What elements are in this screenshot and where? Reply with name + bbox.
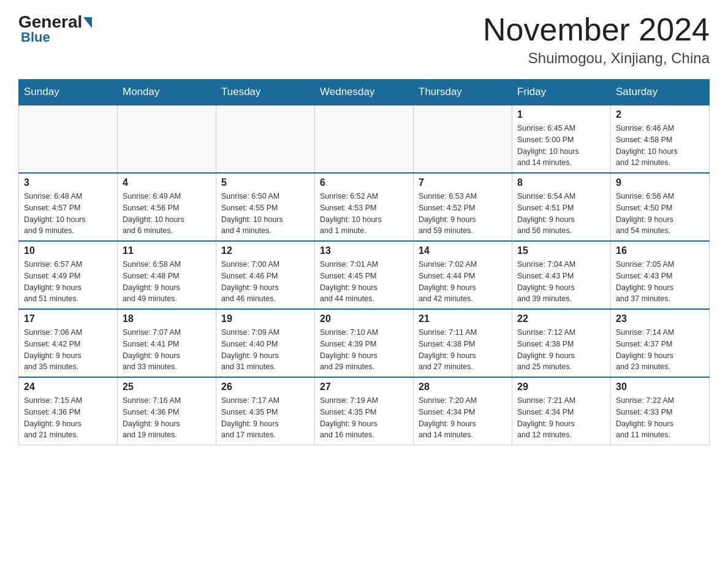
week-row-3: 10Sunrise: 6:57 AM Sunset: 4:49 PM Dayli… [19,241,710,309]
day-number: 19 [221,313,309,324]
table-cell: 1Sunrise: 6:45 AM Sunset: 5:00 PM Daylig… [512,105,611,173]
day-number: 23 [616,313,704,324]
page-header: General Blue November 2024 Shuimogou, Xi… [18,12,710,67]
table-cell: 3Sunrise: 6:48 AM Sunset: 4:57 PM Daylig… [19,173,118,241]
table-cell: 14Sunrise: 7:02 AM Sunset: 4:44 PM Dayli… [414,241,512,309]
table-cell: 10Sunrise: 6:57 AM Sunset: 4:49 PM Dayli… [19,241,118,309]
table-cell: 24Sunrise: 7:15 AM Sunset: 4:36 PM Dayli… [19,377,118,445]
day-info: Sunrise: 6:58 AM Sunset: 4:48 PM Dayligh… [123,259,211,305]
table-cell: 9Sunrise: 6:56 AM Sunset: 4:50 PM Daylig… [611,173,710,241]
day-number: 9 [616,177,704,188]
header-monday: Monday [118,80,216,105]
table-cell: 22Sunrise: 7:12 AM Sunset: 4:38 PM Dayli… [512,309,611,377]
day-number: 29 [517,381,605,393]
day-number: 1 [517,109,605,120]
logo-arrow-icon [83,17,92,28]
day-info: Sunrise: 7:20 AM Sunset: 4:34 PM Dayligh… [419,395,507,441]
table-cell: 17Sunrise: 7:06 AM Sunset: 4:42 PM Dayli… [19,309,118,377]
day-number: 10 [24,245,112,256]
day-info: Sunrise: 7:11 AM Sunset: 4:38 PM Dayligh… [419,327,507,373]
day-info: Sunrise: 7:12 AM Sunset: 4:38 PM Dayligh… [517,327,605,373]
calendar-header: SundayMondayTuesdayWednesdayThursdayFrid… [19,80,710,105]
week-row-2: 3Sunrise: 6:48 AM Sunset: 4:57 PM Daylig… [19,173,710,241]
day-info: Sunrise: 7:14 AM Sunset: 4:37 PM Dayligh… [616,327,704,373]
table-cell [216,105,315,173]
table-cell [414,105,512,173]
day-info: Sunrise: 7:04 AM Sunset: 4:43 PM Dayligh… [517,259,605,305]
day-info: Sunrise: 6:56 AM Sunset: 4:50 PM Dayligh… [616,191,704,237]
day-info: Sunrise: 6:45 AM Sunset: 5:00 PM Dayligh… [517,123,605,169]
table-cell: 19Sunrise: 7:09 AM Sunset: 4:40 PM Dayli… [216,309,315,377]
day-number: 4 [123,177,211,188]
table-cell: 30Sunrise: 7:22 AM Sunset: 4:33 PM Dayli… [611,377,710,445]
table-cell: 8Sunrise: 6:54 AM Sunset: 4:51 PM Daylig… [512,173,611,241]
day-info: Sunrise: 6:57 AM Sunset: 4:49 PM Dayligh… [24,259,112,305]
day-info: Sunrise: 7:17 AM Sunset: 4:35 PM Dayligh… [221,395,309,441]
table-cell: 12Sunrise: 7:00 AM Sunset: 4:46 PM Dayli… [216,241,315,309]
day-info: Sunrise: 6:52 AM Sunset: 4:53 PM Dayligh… [320,191,408,237]
day-number: 26 [221,381,309,393]
day-number: 8 [517,177,605,188]
day-number: 12 [221,245,309,256]
week-row-5: 24Sunrise: 7:15 AM Sunset: 4:36 PM Dayli… [19,377,710,445]
table-cell: 25Sunrise: 7:16 AM Sunset: 4:36 PM Dayli… [118,377,216,445]
day-number: 3 [24,177,112,188]
table-cell: 16Sunrise: 7:05 AM Sunset: 4:43 PM Dayli… [611,241,710,309]
month-title: November 2024 [483,12,710,47]
table-cell: 13Sunrise: 7:01 AM Sunset: 4:45 PM Dayli… [315,241,414,309]
table-cell [315,105,414,173]
day-number: 13 [320,245,408,256]
header-row: SundayMondayTuesdayWednesdayThursdayFrid… [19,80,710,105]
logo-text-blue: Blue [21,29,50,45]
day-info: Sunrise: 7:00 AM Sunset: 4:46 PM Dayligh… [221,259,309,305]
day-number: 21 [419,313,507,324]
day-number: 6 [320,177,408,188]
header-thursday: Thursday [414,80,512,105]
location-title: Shuimogou, Xinjiang, China [483,50,710,67]
day-info: Sunrise: 7:15 AM Sunset: 4:36 PM Dayligh… [24,395,112,441]
day-number: 2 [616,109,704,120]
header-tuesday: Tuesday [216,80,315,105]
table-cell: 21Sunrise: 7:11 AM Sunset: 4:38 PM Dayli… [414,309,512,377]
calendar-table: SundayMondayTuesdayWednesdayThursdayFrid… [18,79,710,445]
header-sunday: Sunday [19,80,118,105]
day-info: Sunrise: 6:48 AM Sunset: 4:57 PM Dayligh… [24,191,112,237]
day-info: Sunrise: 7:07 AM Sunset: 4:41 PM Dayligh… [123,327,211,373]
week-row-4: 17Sunrise: 7:06 AM Sunset: 4:42 PM Dayli… [19,309,710,377]
day-info: Sunrise: 7:02 AM Sunset: 4:44 PM Dayligh… [419,259,507,305]
day-number: 18 [123,313,211,324]
calendar-body: 1Sunrise: 6:45 AM Sunset: 5:00 PM Daylig… [19,105,710,445]
table-cell [118,105,216,173]
day-info: Sunrise: 7:05 AM Sunset: 4:43 PM Dayligh… [616,259,704,305]
day-info: Sunrise: 7:19 AM Sunset: 4:35 PM Dayligh… [320,395,408,441]
table-cell: 20Sunrise: 7:10 AM Sunset: 4:39 PM Dayli… [315,309,414,377]
table-cell: 29Sunrise: 7:21 AM Sunset: 4:34 PM Dayli… [512,377,611,445]
table-cell: 5Sunrise: 6:50 AM Sunset: 4:55 PM Daylig… [216,173,315,241]
week-row-1: 1Sunrise: 6:45 AM Sunset: 5:00 PM Daylig… [19,105,710,173]
day-number: 16 [616,245,704,256]
header-friday: Friday [512,80,611,105]
day-info: Sunrise: 7:01 AM Sunset: 4:45 PM Dayligh… [320,259,408,305]
day-info: Sunrise: 7:06 AM Sunset: 4:42 PM Dayligh… [24,327,112,373]
day-info: Sunrise: 7:21 AM Sunset: 4:34 PM Dayligh… [517,395,605,441]
table-cell: 6Sunrise: 6:52 AM Sunset: 4:53 PM Daylig… [315,173,414,241]
day-number: 28 [419,381,507,393]
table-cell: 2Sunrise: 6:46 AM Sunset: 4:58 PM Daylig… [611,105,710,173]
day-number: 27 [320,381,408,393]
table-cell [19,105,118,173]
table-cell: 4Sunrise: 6:49 AM Sunset: 4:56 PM Daylig… [118,173,216,241]
table-cell: 7Sunrise: 6:53 AM Sunset: 4:52 PM Daylig… [414,173,512,241]
table-cell: 18Sunrise: 7:07 AM Sunset: 4:41 PM Dayli… [118,309,216,377]
day-info: Sunrise: 7:22 AM Sunset: 4:33 PM Dayligh… [616,395,704,441]
day-info: Sunrise: 6:53 AM Sunset: 4:52 PM Dayligh… [419,191,507,237]
day-info: Sunrise: 6:49 AM Sunset: 4:56 PM Dayligh… [123,191,211,237]
day-number: 24 [24,381,112,393]
day-info: Sunrise: 6:54 AM Sunset: 4:51 PM Dayligh… [517,191,605,237]
day-info: Sunrise: 7:09 AM Sunset: 4:40 PM Dayligh… [221,327,309,373]
day-number: 11 [123,245,211,256]
day-number: 25 [123,381,211,393]
day-number: 22 [517,313,605,324]
table-cell: 26Sunrise: 7:17 AM Sunset: 4:35 PM Dayli… [216,377,315,445]
day-number: 5 [221,177,309,188]
day-number: 14 [419,245,507,256]
